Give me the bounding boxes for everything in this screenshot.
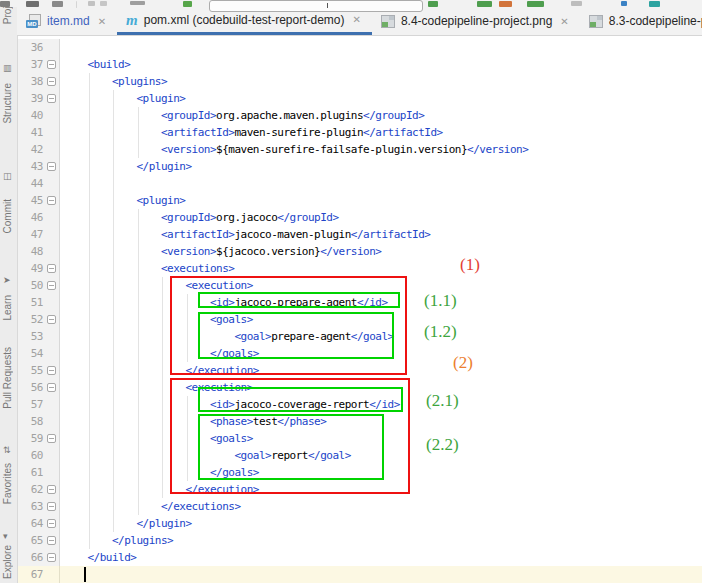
code-line-49[interactable]: 49 <executions> — [17, 260, 702, 277]
code-text[interactable]: </goals> — [60, 345, 702, 362]
code-text[interactable]: </plugins> — [60, 532, 702, 549]
tab-item.md[interactable]: MDitem.md✕ — [17, 7, 117, 35]
toolbar-profiler-icon[interactable] — [527, 1, 544, 7]
code-text[interactable]: </execution> — [60, 481, 702, 498]
toolbar-settings-icon[interactable] — [52, 1, 63, 7]
toolbar-coverage-icon[interactable] — [499, 1, 512, 7]
code-line-60[interactable]: 60 <goal>report</goal> — [17, 447, 702, 464]
code-line-36[interactable]: 36 — [17, 39, 702, 56]
toolbar-separator[interactable] — [76, 1, 77, 8]
code-text[interactable]: <plugin> — [60, 90, 702, 107]
code-line-44[interactable]: 44 — [17, 175, 702, 192]
code-line-63[interactable]: 63 </executions> — [17, 498, 702, 515]
code-line-57[interactable]: 57 <id>jacoco-coverage-report</id> — [17, 396, 702, 413]
code-text[interactable]: <phase>test</phase> — [60, 413, 702, 430]
line-number: 42 — [17, 141, 60, 158]
code-text[interactable]: <executions> — [60, 260, 702, 277]
tab-close-icon[interactable]: ✕ — [98, 16, 106, 27]
tool-window-project[interactable]: Project — [2, 7, 13, 24]
code-text[interactable]: </plugin> — [60, 158, 702, 175]
code-line-37[interactable]: 37 <build> — [17, 56, 702, 73]
toolbar-menu-icon[interactable] — [0, 1, 10, 7]
code-text[interactable]: <id>jacoco-coverage-report</id> — [60, 396, 702, 413]
code-line-48[interactable]: 48 <version>${jacoco.version}</version> — [17, 243, 702, 260]
code-text[interactable]: <build> — [60, 56, 702, 73]
code-text[interactable]: </executions> — [60, 498, 702, 515]
tab-close-icon[interactable]: ✕ — [560, 16, 568, 27]
code-text[interactable]: <plugins> — [60, 73, 702, 90]
code-text[interactable]: </build> — [60, 549, 702, 566]
code-line-45[interactable]: 45 <plugin> — [17, 192, 702, 209]
code-line-67[interactable]: 67 — [17, 566, 702, 583]
code-line-52[interactable]: 52 <goals> — [17, 311, 702, 328]
code-line-54[interactable]: 54 </goals> — [17, 345, 702, 362]
code-line-38[interactable]: 38 <plugins> — [17, 73, 702, 90]
learn-icon[interactable]: ➤ — [3, 275, 11, 285]
code-text[interactable]: <goals> — [60, 430, 702, 447]
code-text[interactable]: <artifactId>jacoco-maven-plugin</artifac… — [60, 226, 702, 243]
code-text[interactable]: <plugin> — [60, 192, 702, 209]
code-text[interactable] — [60, 566, 702, 583]
code-text[interactable] — [60, 175, 702, 192]
code-line-62[interactable]: 62 </execution> — [17, 481, 702, 498]
toolbar-back-icon[interactable] — [88, 1, 95, 6]
editor-pane[interactable]: 3637 <build>38 <plugins>39 <plugin>40 <g… — [17, 35, 702, 583]
code-line-66[interactable]: 66 </build> — [17, 549, 702, 566]
code-line-40[interactable]: 40 <groupId>org.apache.maven.plugins</gr… — [17, 107, 702, 124]
toolbar-sync-icon[interactable] — [183, 1, 192, 7]
code-text[interactable]: <goal>report</goal> — [60, 447, 702, 464]
code-line-56[interactable]: 56 <execution> — [17, 379, 702, 396]
code-text[interactable]: <goals> — [60, 311, 702, 328]
code-text[interactable]: </execution> — [60, 362, 702, 379]
toolbar-open-icon[interactable] — [26, 1, 39, 7]
code-line-41[interactable]: 41 <artifactId>maven-surefire-plugin</ar… — [17, 124, 702, 141]
tab-close-icon[interactable]: ✕ — [353, 14, 361, 25]
layers-icon[interactable]: ◫ — [3, 171, 12, 181]
code-line-39[interactable]: 39 <plugin> — [17, 90, 702, 107]
structure-icon[interactable]: ▥ — [3, 63, 12, 73]
code-line-50[interactable]: 50 <execution> — [17, 277, 702, 294]
code-text[interactable]: <version>${maven-surefire-failsafe-plugi… — [60, 141, 702, 158]
code-line-53[interactable]: 53 <goal>prepare-agent</goal> — [17, 328, 702, 345]
toolbar-stop-icon[interactable] — [571, 1, 582, 6]
code-text[interactable]: <version>${jacoco.version}</version> — [60, 243, 702, 260]
code-line-42[interactable]: 42 <version>${maven-surefire-failsafe-pl… — [17, 141, 702, 158]
run-configuration-combo[interactable] — [209, 0, 423, 12]
tab-8.3-codepipeline-project.png[interactable]: 8.3-codepipeline-project.png✕ — [580, 7, 702, 35]
code-line-64[interactable]: 64 </plugin> — [17, 515, 702, 532]
toolbar-build-icon[interactable] — [130, 1, 145, 5]
toolbar-search-icon[interactable] — [621, 1, 627, 6]
code-line-46[interactable]: 46 <groupId>org.jacoco</groupId> — [17, 209, 702, 226]
tool-window-structure[interactable]: Structure — [2, 83, 13, 124]
code-line-65[interactable]: 65 </plugins> — [17, 532, 702, 549]
tool-window-commit[interactable]: Commit — [2, 199, 13, 233]
code-line-51[interactable]: 51 <id>jacoco-prepare-agent</id> — [17, 294, 702, 311]
code-text[interactable]: <id>jacoco-prepare-agent</id> — [60, 294, 702, 311]
tool-window-pull-requests[interactable]: Pull Requests — [2, 347, 13, 409]
code-line-61[interactable]: 61 </goals> — [17, 464, 702, 481]
toolbar-run-icon[interactable] — [428, 1, 438, 7]
code-line-55[interactable]: 55 </execution> — [17, 362, 702, 379]
tool-window-favorites[interactable]: Favorites — [2, 463, 13, 504]
code-line-59[interactable]: 59 <goals> — [17, 430, 702, 447]
pull-requests-icon[interactable]: ⇅ — [3, 445, 11, 455]
code-line-58[interactable]: 58 <phase>test</phase> — [17, 413, 702, 430]
code-text[interactable]: <groupId>org.jacoco</groupId> — [60, 209, 702, 226]
toolbar-debug-icon[interactable] — [477, 1, 492, 7]
code-text[interactable]: <artifactId>maven-surefire-plugin</artif… — [60, 124, 702, 141]
code-text[interactable] — [60, 39, 702, 56]
line-number: 66 — [17, 549, 60, 566]
code-text[interactable]: <goal>prepare-agent</goal> — [60, 328, 702, 345]
code-text[interactable]: <groupId>org.apache.maven.plugins</group… — [60, 107, 702, 124]
favorites-icon[interactable]: ▾ — [3, 531, 8, 541]
tool-window-explore[interactable]: Explore — [2, 545, 13, 579]
code-line-43[interactable]: 43 </plugin> — [17, 158, 702, 175]
code-line-47[interactable]: 47 <artifactId>jacoco-maven-plugin</arti… — [17, 226, 702, 243]
toolbar-forward-icon[interactable] — [100, 1, 107, 6]
toolbar-vcs-icon[interactable] — [649, 1, 660, 7]
code-text[interactable]: <execution> — [60, 277, 702, 294]
code-text[interactable]: </plugin> — [60, 515, 702, 532]
code-text[interactable]: </goals> — [60, 464, 702, 481]
code-text[interactable]: <execution> — [60, 379, 702, 396]
tool-window-learn[interactable]: Learn — [2, 295, 13, 321]
